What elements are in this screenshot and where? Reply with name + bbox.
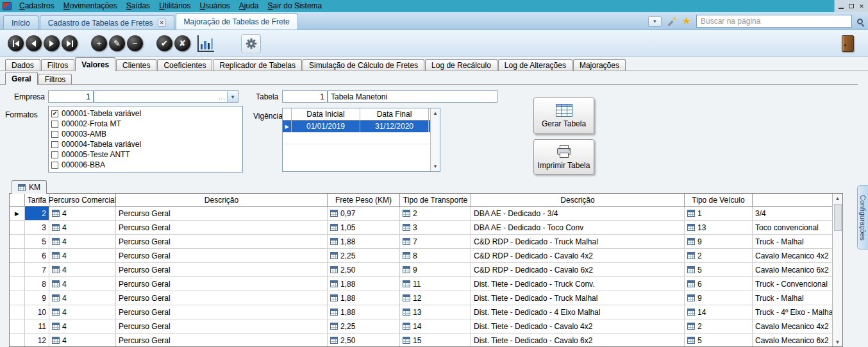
add-button[interactable]: + [91,35,107,51]
menu-item-saidas[interactable]: Saídas [122,1,154,12]
lookup-grid-icon[interactable] [52,224,60,231]
search-magnifier-icon[interactable] [857,19,863,24]
tab-log-de-recalculo[interactable]: Log de Recálculo [425,59,497,71]
lookup-grid-icon[interactable] [687,294,695,301]
tab-clientes[interactable]: Clientes [116,59,156,71]
grid-scrollbar[interactable]: ▲ ▼ [832,194,842,346]
checkbox-icon[interactable] [51,131,58,138]
lookup-grid-icon[interactable] [52,323,60,330]
tab-valores[interactable]: Valores [75,57,115,71]
menu-item-utilitarios[interactable]: Utilitários [154,1,195,12]
lookup-grid-icon[interactable] [52,266,60,273]
table-row[interactable]: 74Percurso Geral2,509C&D RDP - Dedicado … [10,263,832,277]
nav-prev-button[interactable] [26,35,42,51]
tab-list-dropdown-button[interactable]: ▾ [648,16,662,27]
close-button[interactable]: ✕ [856,1,867,12]
lookup-grid-icon[interactable] [330,337,338,344]
subtab-geral[interactable]: Geral [5,72,38,85]
document-tab-inicio[interactable]: Início [3,15,38,30]
checkbox-icon[interactable] [51,151,58,158]
table-row[interactable]: 104Percurso Geral1,8813Dist. Tiete - Ded… [10,305,832,319]
tab-log-de-alteracoes[interactable]: Log de Alterações [498,59,572,71]
scroll-up-icon[interactable]: ▲ [835,194,840,203]
lookup-grid-icon[interactable] [52,294,60,301]
lookup-grid-icon[interactable] [330,323,338,330]
scroll-down-icon[interactable]: ▼ [433,164,438,169]
checkbox-icon[interactable] [51,162,58,169]
lookup-grid-icon[interactable] [52,238,60,245]
table-row[interactable]: 54Percurso Geral1,887C&D RDP - Dedicado … [10,235,832,249]
maximize-button[interactable] [846,1,856,12]
document-tab-majoracao-de-tabelas-de-frete[interactable]: Majoração de Tabelas de Frete [176,13,298,30]
lookup-grid-icon[interactable] [330,280,338,287]
lookup-grid-icon[interactable] [52,210,60,217]
search-input[interactable] [696,15,852,28]
combo-dropdown-icon[interactable]: ▾ [227,91,238,102]
lookup-grid-icon[interactable] [330,309,338,316]
menu-item-ajuda[interactable]: Ajuda [235,1,263,12]
edit-button[interactable]: ✎ [109,35,125,51]
lookup-grid-icon[interactable] [687,309,695,316]
lookup-grid-icon[interactable] [403,280,410,287]
tabela-code-field[interactable]: 1 [282,90,328,103]
subtab-filtros[interactable]: Filtros [38,74,72,84]
lookup-grid-icon[interactable] [403,210,410,217]
confirm-button[interactable]: ✔ [156,35,172,51]
lookup-grid-icon[interactable] [403,266,410,273]
lookup-grid-icon[interactable] [403,309,410,316]
chart-button[interactable] [197,35,214,52]
tab-filtros[interactable]: Filtros [41,59,75,71]
favorite-star-icon[interactable]: ★ [682,17,691,26]
tab-simulacao-de-calculo-de-fretes[interactable]: Simulação de Cálculo de Fretes [303,59,424,71]
vigencia-grid[interactable]: Data InicialData Final ▶01/01/201931/12/… [282,108,440,172]
delete-button[interactable]: − [127,35,143,51]
lookup-grid-icon[interactable] [687,224,695,231]
lookup-grid-icon[interactable] [687,323,695,330]
cancel-button[interactable]: ✘ [174,35,190,51]
imprimir-tabela-button[interactable]: Imprimir Tabela [533,139,594,174]
tab-replicador-de-tabelas[interactable]: Replicador de Tabelas [213,59,302,71]
lookup-grid-icon[interactable] [403,238,410,245]
table-row[interactable]: 124Percurso Geral2,5015Dist. Tiete - Ded… [10,334,832,346]
menu-item-movimentacoes[interactable]: Movimentações [59,1,122,12]
lookup-grid-icon[interactable] [403,224,410,231]
wand-icon[interactable] [667,16,677,26]
vigencia-scrollbar[interactable]: ▲ ▼ [430,108,440,171]
table-row[interactable]: 114Percurso Geral2,2514Dist. Tiete - Ded… [10,319,832,334]
empresa-combo[interactable]: ... ▾ [94,90,238,103]
lookup-grid-icon[interactable] [330,266,338,273]
lookup-grid-icon[interactable] [687,280,695,287]
gerar-tabela-button[interactable]: Gerar Tabela [533,97,594,134]
tab-dados[interactable]: Dados [5,59,40,71]
exit-door-icon[interactable] [842,35,854,52]
format-option[interactable]: 000005-Teste ANTT [51,149,240,160]
format-option[interactable]: 000006-BBA [51,160,240,170]
table-row[interactable]: ▶24Percurso Geral0,972DBA AE - Dedicado … [10,207,832,221]
format-option[interactable]: ✔000001-Tabela variável [51,108,240,119]
lookup-grid-icon[interactable] [403,252,410,259]
empresa-field[interactable]: 1 [48,90,94,103]
tab-coeficientes[interactable]: Coeficientes [157,59,212,71]
close-tab-icon[interactable]: ✕ [158,19,166,27]
lookup-grid-icon[interactable] [52,337,60,344]
lookup-grid-icon[interactable] [52,280,60,287]
lookup-grid-icon[interactable] [330,224,338,231]
lookup-grid-icon[interactable] [403,337,410,344]
tabela-name-field[interactable]: Tabela Manetoni [328,90,497,103]
tab-configuracoes[interactable]: Configurações [857,185,868,250]
checkbox-icon[interactable] [51,121,58,128]
lookup-grid-icon[interactable] [52,252,60,259]
table-row[interactable]: 34Percurso Geral1,053DBA AE - Dedicado -… [10,221,832,235]
tab-majoracoes[interactable]: Majorações [573,59,626,71]
table-row[interactable]: 94Percurso Geral1,8812Dist. Tiete - Dedi… [10,291,832,305]
table-row[interactable]: 64Percurso Geral2,258C&D RDP - Dedicado … [10,249,832,263]
minimize-button[interactable] [836,1,846,12]
lookup-grid-icon[interactable] [403,294,410,301]
lookup-grid-icon[interactable] [330,252,338,259]
lookup-grid-icon[interactable] [687,238,695,245]
lookup-grid-icon[interactable] [330,238,338,245]
menu-item-usuarios[interactable]: Usuários [195,1,234,12]
lookup-grid-icon[interactable] [330,210,338,217]
vigencia-row[interactable]: ▶01/01/201931/12/2020 [283,121,440,133]
document-tab-cadastro-de-tabelas-de-fretes[interactable]: Cadastro de Tabelas de Fretes✕ [40,15,174,30]
